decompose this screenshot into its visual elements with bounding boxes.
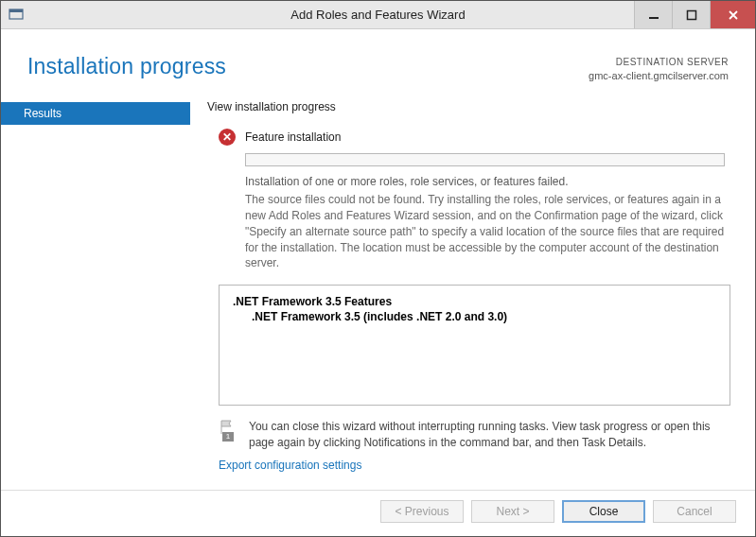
svg-rect-2 <box>649 17 659 19</box>
flag-icon: 1 <box>219 419 237 440</box>
close-window-button[interactable] <box>710 1 755 28</box>
error-icon: ✕ <box>219 129 236 146</box>
next-button: Next > <box>471 500 554 523</box>
cancel-button: Cancel <box>653 500 736 523</box>
svg-rect-3 <box>687 10 695 19</box>
titlebar: Add Roles and Features Wizard <box>1 1 755 29</box>
window-buttons <box>634 1 755 28</box>
maximize-button[interactable] <box>672 1 710 28</box>
close-button[interactable]: Close <box>562 500 645 523</box>
previous-button: < Previous <box>380 500 464 523</box>
destination-server: DESTINATION SERVER gmc-ax-client.gmcilse… <box>589 54 729 83</box>
sidebar-item-results[interactable]: Results <box>1 102 190 125</box>
feature-parent: .NET Framework 3.5 Features <box>233 295 716 308</box>
info-row: 1 You can close this wizard without inte… <box>219 419 730 451</box>
notification-badge: 1 <box>222 432 234 442</box>
wizard-body: Results View installation progress ✕ Fea… <box>1 100 755 490</box>
error-message: Installation of one or more roles, role … <box>245 174 730 271</box>
feature-list[interactable]: .NET Framework 3.5 Features .NET Framewo… <box>219 285 730 406</box>
wizard-main: View installation progress ✕ Feature ins… <box>190 100 755 490</box>
status-label: Feature installation <box>245 130 341 144</box>
page-heading: Installation progress <box>27 54 226 83</box>
svg-rect-1 <box>9 9 23 12</box>
section-title: View installation progress <box>207 100 736 113</box>
error-summary: Installation of one or more roles, role … <box>245 174 730 190</box>
progress-bar <box>245 153 725 166</box>
status-row: ✕ Feature installation <box>219 129 736 146</box>
info-text: You can close this wizard without interr… <box>249 419 730 451</box>
export-settings-link[interactable]: Export configuration settings <box>219 459 736 472</box>
destination-value: gmc-ax-client.gmcilserver.com <box>589 69 729 83</box>
wizard-header: Installation progress DESTINATION SERVER… <box>1 29 755 100</box>
feature-child: .NET Framework 3.5 (includes .NET 2.0 an… <box>252 310 716 323</box>
app-icon <box>9 8 24 23</box>
minimize-button[interactable] <box>634 1 672 28</box>
destination-label: DESTINATION SERVER <box>589 56 729 69</box>
error-detail: The source files could not be found. Try… <box>245 192 730 271</box>
wizard-sidebar: Results <box>1 100 190 490</box>
wizard-footer: < Previous Next > Close Cancel <box>1 490 755 531</box>
